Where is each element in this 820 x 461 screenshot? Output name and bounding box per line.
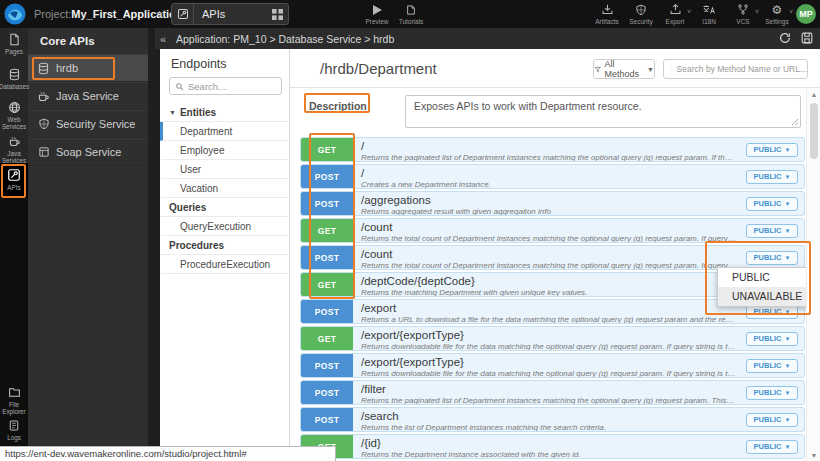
access-dropdown-button[interactable]: PUBLIC▼ xyxy=(746,359,798,373)
endpoint-description: Returns downloadable file for the data m… xyxy=(361,342,736,351)
endpoint-row[interactable]: POST/export/{exportType}Returns download… xyxy=(300,353,805,378)
rail-item-web-services[interactable]: Web Services xyxy=(0,96,28,130)
gear-icon: ⚙ xyxy=(772,2,783,16)
access-dropdown-button[interactable]: PUBLIC▼ xyxy=(746,251,798,265)
endpoint-row[interactable]: GET/countReturns the total count of Depa… xyxy=(300,218,805,243)
scrollbar-thumb[interactable] xyxy=(810,103,818,159)
endpoints-search-input[interactable]: Search... xyxy=(169,77,282,95)
chevron-down-icon: ˅ xyxy=(687,8,691,15)
access-dropdown-button[interactable]: PUBLIC▼ xyxy=(746,413,798,427)
user-avatar[interactable]: MP xyxy=(796,4,816,24)
endpoint-description: Returns the matching Department with giv… xyxy=(361,288,736,297)
endpoint-path: /export/{exportType} xyxy=(361,356,736,368)
endpoint-description: Returns the total count of Department in… xyxy=(361,234,736,243)
methods-filter-dropdown[interactable]: All Methods▼ xyxy=(593,59,655,79)
dropdown-option-unavailable[interactable]: UNAVAILABLE xyxy=(718,287,806,306)
endpoint-row[interactable]: GET/{id}Returns the Department instance … xyxy=(300,434,805,459)
endpoint-row[interactable]: POST/aggregationsReturns aggregated resu… xyxy=(300,191,805,216)
caret-down-icon: ▼ xyxy=(784,201,790,207)
export-upload-icon xyxy=(669,2,682,16)
scroll-down-icon[interactable]: ▼ xyxy=(807,452,820,459)
method-search-input[interactable]: Search by Method Name or URL... xyxy=(663,59,808,79)
caret-down-icon: ▼ xyxy=(784,174,790,180)
core-api-security-service[interactable]: Security Service xyxy=(28,110,148,138)
topbar-action-vcs[interactable]: VCS˅ xyxy=(726,2,760,25)
wavemaker-logo-icon[interactable] xyxy=(3,2,27,26)
endpoints-panel: Endpoints Search... ▼EntitiesDepartmentE… xyxy=(160,49,290,461)
endpoint-row[interactable]: GET/export/{exportType}Returns downloada… xyxy=(300,326,805,351)
endpoint-item-vacation[interactable]: Vacation xyxy=(160,179,289,198)
description-textarea[interactable]: Exposes APIs to work with Department res… xyxy=(405,95,801,128)
caret-down-icon: ▼ xyxy=(784,228,790,234)
method-badge: POST xyxy=(301,381,353,404)
page-icon xyxy=(8,33,21,46)
refresh-icon[interactable] xyxy=(778,31,792,45)
triangle-down-icon: ▼ xyxy=(169,109,176,116)
branch-icon xyxy=(737,2,749,16)
endpoint-row[interactable]: POST/filterReturns the paginated list of… xyxy=(300,380,805,405)
caret-down-icon: ▼ xyxy=(784,363,790,369)
access-dropdown-button[interactable]: PUBLIC▼ xyxy=(746,386,798,400)
rail-item-file-explorer[interactable]: File Explorer xyxy=(0,381,28,414)
access-dropdown-button[interactable]: PUBLIC▼ xyxy=(746,143,798,157)
description-label: Description xyxy=(309,100,367,112)
breadcrumb: Application: PM_10 > Database Service > … xyxy=(171,33,394,45)
access-dropdown-button[interactable]: PUBLIC▼ xyxy=(746,170,798,184)
shield-icon xyxy=(37,118,50,130)
page-title: /hrdb/Department xyxy=(320,60,437,77)
vertical-scrollbar[interactable]: ▲ ▼ xyxy=(806,89,820,461)
access-dropdown-button[interactable]: PUBLIC▼ xyxy=(746,224,798,238)
topbar-action-settings[interactable]: ⚙Settings˅ xyxy=(760,2,794,25)
caret-down-icon: ▼ xyxy=(784,309,790,315)
resize-handle[interactable] xyxy=(791,118,799,126)
scroll-up-icon[interactable]: ▲ xyxy=(807,91,820,98)
tab-apis[interactable]: APIs xyxy=(171,3,289,25)
method-badge: POST xyxy=(301,300,353,323)
endpoint-path: /deptCode/{deptCode} xyxy=(361,275,736,287)
rail-item-java-services[interactable]: Java Services xyxy=(0,130,28,163)
access-dropdown-button[interactable]: PUBLIC▼ xyxy=(746,197,798,211)
topbar-action-i18n[interactable]: I18N xyxy=(692,2,726,25)
core-api-java-service[interactable]: Java Service xyxy=(28,82,148,110)
endpoint-row[interactable]: GET/Returns the paginated list of Depart… xyxy=(300,137,805,162)
grid-icon[interactable] xyxy=(266,9,288,20)
topbar-action-preview[interactable]: Preview xyxy=(360,2,394,25)
endpoint-item-department[interactable]: Department xyxy=(160,122,289,141)
endpoint-item-employee[interactable]: Employee xyxy=(160,141,289,160)
topbar-action-artifacts[interactable]: Artifacts xyxy=(590,2,624,25)
endpoint-row[interactable]: POST/Creates a new Department instance.P… xyxy=(300,164,805,189)
endpoint-item-user[interactable]: User xyxy=(160,160,289,179)
api-icon xyxy=(7,168,21,182)
access-dropdown-button[interactable]: PUBLIC▼ xyxy=(746,440,798,454)
endpoints-title: Endpoints xyxy=(160,49,289,77)
rail-item-logs[interactable]: Logs xyxy=(0,414,28,447)
core-api-hrdb[interactable]: hrdb xyxy=(28,54,148,82)
endpoint-path: / xyxy=(361,140,736,152)
endpoint-item-procedureexecution[interactable]: ProcedureExecution xyxy=(160,255,289,274)
rail-item-databases[interactable]: Databases xyxy=(0,63,28,96)
endpoint-row[interactable]: POST/searchReturns the list of Departmen… xyxy=(300,407,805,432)
main-content: /hrdb/Department All Methods▼ Search by … xyxy=(290,49,820,461)
endpoint-description: Returns the Department instance associat… xyxy=(361,450,736,459)
endpoint-description: Returns the list of Department instances… xyxy=(361,423,736,432)
dropdown-option-public[interactable]: PUBLIC xyxy=(718,268,806,287)
method-badge: POST xyxy=(301,246,353,269)
topbar-action-tutorials[interactable]: Tutorials xyxy=(394,2,428,25)
save-icon[interactable] xyxy=(800,31,814,45)
endpoint-path: /count xyxy=(361,248,736,260)
endpoints-section-queries[interactable]: Queries xyxy=(160,198,289,217)
rail-item-pages[interactable]: Pages xyxy=(0,28,28,63)
topbar-action-security[interactable]: Security xyxy=(624,2,658,25)
endpoint-item-queryexecution[interactable]: QueryExecution xyxy=(160,217,289,236)
collapse-panel-icon[interactable]: « xyxy=(155,33,171,45)
endpoint-path: / xyxy=(361,167,736,179)
coffee-icon xyxy=(8,135,21,148)
endpoints-section-procedures[interactable]: Procedures xyxy=(160,236,289,255)
core-apis-panel: Core APIs hrdbJava ServiceSecurity Servi… xyxy=(28,28,148,461)
access-dropdown-button[interactable]: PUBLIC▼ xyxy=(746,332,798,346)
endpoints-section-entities[interactable]: ▼Entities xyxy=(160,103,289,122)
rail-item-apis[interactable]: APIs xyxy=(0,163,28,198)
core-api-soap-service[interactable]: Soap Service xyxy=(28,138,148,166)
filter-icon xyxy=(594,65,602,74)
topbar-action-export[interactable]: Export˅ xyxy=(658,2,692,25)
